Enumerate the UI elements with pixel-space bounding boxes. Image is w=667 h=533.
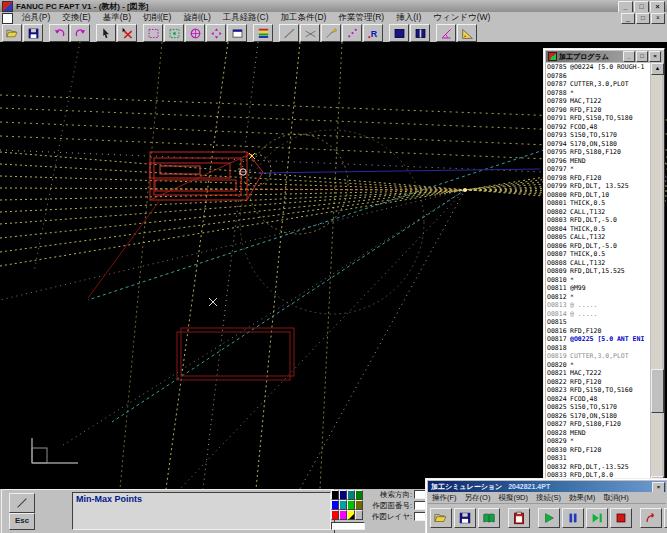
program-line[interactable]: O0831	[546, 454, 650, 463]
program-line[interactable]: O0817@O0225 [5.0 ANT ENI	[546, 335, 650, 344]
sim-menu-item-5[interactable]: 取消(H)	[599, 493, 632, 503]
palette-color[interactable]	[331, 490, 339, 500]
program-line[interactable]: O0820*	[546, 361, 650, 370]
sim-menu-item-0[interactable]: 操作(F)	[428, 493, 461, 503]
save-button[interactable]	[454, 508, 476, 528]
program-line[interactable]: O0796MEND	[546, 157, 650, 166]
simulation-titlebar[interactable]: 加工シミュレーション 2042821.4PT ×	[428, 481, 666, 492]
radius-button[interactable]: R	[363, 24, 383, 42]
layers-button[interactable]	[253, 24, 273, 42]
jump-red-button[interactable]	[640, 508, 662, 528]
cross-lines-button[interactable]	[300, 24, 320, 42]
program-line[interactable]: O0826S170,ON,S180	[546, 412, 650, 421]
program-line[interactable]: O0797*	[546, 165, 650, 174]
palette-color[interactable]	[347, 510, 355, 520]
program-line[interactable]: O0809RFD,DLT,15.525	[546, 267, 650, 276]
menu-item-1[interactable]: 交換(E)	[56, 12, 96, 24]
points-button[interactable]	[342, 24, 362, 42]
stop-button[interactable]	[610, 508, 632, 528]
panel-close-button[interactable]: ×	[649, 51, 661, 62]
program-line[interactable]: O0816RFD,F120	[546, 327, 650, 336]
program-line[interactable]: O0815	[546, 318, 650, 327]
menu-item-5[interactable]: 工具経路(C)	[217, 12, 275, 24]
pause-button[interactable]	[562, 508, 584, 528]
program-line[interactable]: O0788*	[546, 89, 650, 98]
program-line-list[interactable]: O0785@O0224 [5.0 ROUGH-1O0786O0787CUTTER…	[546, 63, 650, 488]
program-line[interactable]: O0799RFD,DLT, 13.525	[546, 182, 650, 191]
program-line[interactable]: O0823RFD,S150,TO,S160	[546, 386, 650, 395]
line-button[interactable]	[279, 24, 299, 42]
mdi-restore-button[interactable]: □	[636, 13, 650, 24]
scroll-thumb[interactable]	[651, 369, 664, 413]
program-line[interactable]: O0810*	[546, 276, 650, 285]
menu-item-7[interactable]: 作業管理(R)	[332, 12, 390, 24]
program-line[interactable]: O0790RFD,F120	[546, 106, 650, 115]
panel-restore-button[interactable]: □	[636, 51, 648, 62]
program-line[interactable]: O0806RFD,DLT,-5.0	[546, 242, 650, 251]
menu-item-8[interactable]: 挿入(I)	[390, 12, 427, 24]
menu-item-2[interactable]: 基準(B)	[97, 12, 137, 24]
sim-menu-item-2[interactable]: 模擬(9D)	[494, 493, 532, 503]
program-panel-titlebar[interactable]: 加工プログラム _ □ ×	[546, 51, 662, 62]
sim-menu-item-3[interactable]: 接続(S)	[532, 493, 565, 503]
program-line[interactable]: O0812*	[546, 293, 650, 302]
zoom-out-button[interactable]	[206, 24, 226, 42]
erase-button[interactable]	[117, 24, 137, 42]
chamfer-button[interactable]	[457, 24, 477, 42]
program-line[interactable]: O0819CUTTER,3.0,PLOT	[546, 352, 650, 361]
program-line[interactable]: O0786	[546, 72, 650, 81]
program-line[interactable]: O0807THICK,0.5	[546, 250, 650, 259]
program-line[interactable]: O0832RFD,DLT,-13.525	[546, 463, 650, 472]
palette-color[interactable]	[331, 510, 339, 520]
sim-menu-item-1[interactable]: 另存(O)	[461, 493, 495, 503]
zoom-all-button[interactable]	[185, 24, 205, 42]
panel-minimize-button[interactable]: _	[623, 51, 635, 62]
esc-button[interactable]: Esc	[9, 513, 35, 530]
program-line[interactable]: O0814@ .....	[546, 310, 650, 319]
program-line[interactable]: O0828MEND	[546, 429, 650, 438]
undo-button[interactable]	[49, 24, 69, 42]
program-line[interactable]: O0795RFD,S180,F120	[546, 148, 650, 157]
program-line[interactable]: O0808CALL,T132	[546, 259, 650, 268]
program-line[interactable]: O0793S150,TO,S170	[546, 131, 650, 140]
program-line[interactable]: O0785@O0224 [5.0 ROUGH-1	[546, 63, 650, 72]
program-line[interactable]: O0805CALL,T132	[546, 233, 650, 242]
palette-color[interactable]	[347, 490, 355, 500]
program-line[interactable]: O0824FCOD,48	[546, 395, 650, 404]
open-button[interactable]	[430, 508, 452, 528]
palette-color[interactable]	[339, 490, 347, 500]
palette-color[interactable]	[347, 500, 355, 510]
menu-item-4[interactable]: 旋削(L)	[177, 12, 216, 24]
palette-color[interactable]	[339, 500, 347, 510]
program-line[interactable]: O0789MAC,T122	[546, 97, 650, 106]
prev-view-button[interactable]	[227, 24, 247, 42]
simulation-close-button[interactable]: ×	[652, 482, 665, 492]
program-line[interactable]: O0825S150,TO,S170	[546, 403, 650, 412]
program-scrollbar[interactable]: ▲ ▼	[651, 63, 662, 488]
open-button[interactable]	[2, 24, 22, 42]
line-tool-button[interactable]	[9, 493, 35, 513]
play-button[interactable]	[538, 508, 560, 528]
program-line[interactable]: O0813@ .....	[546, 301, 650, 310]
menu-item-0[interactable]: 治具(P)	[16, 12, 56, 24]
program-line[interactable]: O0800RFD,DLT,10	[546, 191, 650, 200]
polyline-button[interactable]	[321, 24, 341, 42]
select-button[interactable]	[96, 24, 116, 42]
program-line[interactable]: O0827RFD,S180,F120	[546, 420, 650, 429]
program-line[interactable]: O0821MAC,T222	[546, 369, 650, 378]
fill-window-button[interactable]	[410, 24, 430, 42]
fill-solid-button[interactable]	[389, 24, 409, 42]
program-line[interactable]: O0802CALL,T132	[546, 208, 650, 217]
menu-item-6[interactable]: 加工条件(D)	[275, 12, 333, 24]
menu-item-3[interactable]: 切削(E)	[137, 12, 177, 24]
menu-item-9[interactable]: ウィンドウ(W)	[427, 12, 496, 24]
redo-button[interactable]	[70, 24, 90, 42]
program-line[interactable]: O0787CUTTER,3.0,PLOT	[546, 80, 650, 89]
step-button[interactable]	[586, 508, 608, 528]
program-line[interactable]: O0803RFD,DLT,-5.0	[546, 216, 650, 225]
scroll-up-icon[interactable]: ▲	[651, 63, 664, 75]
zoom-fit-button[interactable]	[164, 24, 184, 42]
mdi-close-button[interactable]: ×	[651, 13, 665, 24]
clipboard-button[interactable]	[508, 508, 530, 528]
program-line[interactable]: O0794S170,ON,S180	[546, 140, 650, 149]
